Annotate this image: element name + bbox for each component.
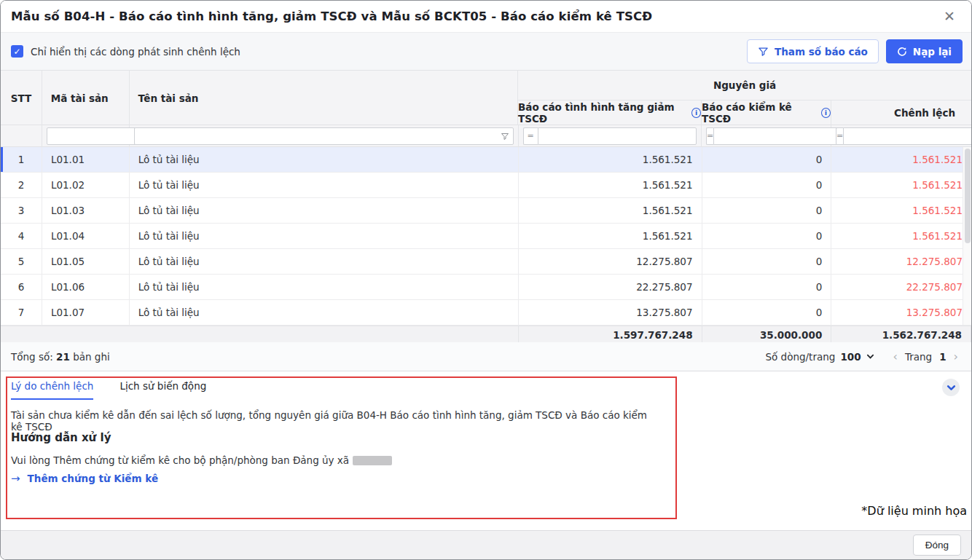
equals-operator[interactable]: = [706,127,713,145]
col-header-stt[interactable]: STT [1,71,42,125]
filter-cell-increase: = [519,125,702,147]
col-header-increase-report[interactable]: Báo cáo tình hình tăng giảm TSCĐ i [518,100,702,125]
watermark-text: *Dữ liệu minh họa [861,504,967,518]
scrollbar-thumb[interactable] [965,149,971,243]
dialog-title: Mẫu số B04-H - Báo cáo tình hình tăng, g… [11,9,652,23]
increase-filter-input[interactable] [538,127,697,145]
tab-lich-su-bien-dong[interactable]: Lịch sử biến động [119,380,206,400]
tab-ly-do-chenh-lech[interactable]: Lý do chênh lệch [11,380,93,400]
diff-only-checkbox[interactable]: ✓ [11,45,23,58]
rows-per-page-select[interactable]: Số dòng/trang 100 [766,351,874,363]
prev-page-button[interactable]: ‹ [893,351,898,363]
table-row[interactable]: 4 L01.04 Lô tủ tài liệu 1.561.521 0 1.56… [1,224,971,249]
dialog-footer: Đóng [1,530,971,559]
guide-text: Vui lòng Thêm chứng từ kiểm kê cho bộ ph… [11,454,392,466]
col-header-inventory-report[interactable]: Báo cáo kiểm kê TSCĐ i [702,100,831,125]
table-row[interactable]: 3 L01.03 Lô tủ tài liệu 1.561.521 0 1.56… [1,198,971,224]
diff-only-checkbox-label[interactable]: Chỉ hiển thị các dòng phát sinh chênh lệ… [31,46,240,58]
report-params-button[interactable]: Tham số báo cáo [747,39,879,63]
check-icon: ✓ [13,47,20,57]
add-inventory-doc-link[interactable]: → Thêm chứng từ Kiểm kê [11,472,158,485]
totals-empty-cell [1,326,519,342]
filter-cell-stt [1,125,42,147]
table-row[interactable]: 5 L01.05 Lô tủ tài liệu 12.275.807 0 12.… [1,249,971,275]
refresh-icon [897,47,907,57]
page-label: Trang [905,351,932,363]
chevron-down-icon [866,352,874,360]
info-icon[interactable]: i [691,108,701,118]
inventory-filter-input[interactable] [713,127,844,145]
name-filter-input[interactable] [138,131,498,141]
col-header-code[interactable]: Mã tài sản [42,71,130,125]
current-page: 1 [939,351,946,363]
equals-operator[interactable]: = [523,127,538,145]
totals-row: 1.597.767.248 35.000.000 1.562.767.248 [1,326,971,342]
toolbar: ✓ Chỉ hiển thị các dòng phát sinh chênh … [1,33,971,70]
table-scrollbar[interactable] [963,147,971,325]
filter-cell-diff: = [831,125,971,147]
close-button[interactable]: Đóng [913,535,961,556]
filter-icon [758,46,769,57]
table-filter-row: = = = [1,125,971,147]
totals-inventory: 35.000.000 [702,326,832,342]
detail-tabs: Lý do chênh lệch Lịch sử biến động [11,380,206,400]
equals-operator[interactable]: = [836,127,843,145]
totals-increase: 1.597.767.248 [519,326,702,342]
difference-reason-text: Tài sản chưa kiểm kê dẫn đến sai lệch số… [11,409,652,433]
filter-cell-inventory: = [702,125,831,147]
table-row[interactable]: 2 L01.02 Lô tủ tài liệu 1.561.521 0 1.56… [1,173,971,198]
guide-title: Hướng dẫn xử lý [11,431,111,444]
comparison-table: STT Mã tài sản Tên tài sản Nguyên giá Bá… [1,70,971,342]
funnel-icon[interactable] [501,132,509,141]
totals-diff: 1.562.767.248 [831,326,971,342]
reload-button[interactable]: Nạp lại [886,39,963,63]
filter-cell-name [130,125,519,147]
diff-filter-input[interactable] [843,127,971,145]
table-row[interactable]: 1 L01.01 Lô tủ tài liệu 1.561.521 0 1.56… [1,147,971,173]
detail-panel: Lý do chênh lệch Lịch sử biến động Tài s… [1,371,971,532]
info-icon[interactable]: i [821,108,831,118]
total-records: Tổng số: 21 bản ghi [11,351,110,363]
redacted-text [353,456,392,465]
col-group-nguyen-gia: Nguyên giá [518,71,971,100]
pagination-bar: Tổng số: 21 bản ghi Số dòng/trang 100 ‹ … [1,342,971,371]
col-header-name[interactable]: Tên tài sản [130,71,518,125]
collapse-panel-button[interactable] [942,379,960,396]
table-row[interactable]: 6 L01.06 Lô tủ tài liệu 22.275.807 0 22.… [1,275,971,300]
col-header-diff[interactable]: Chênh lệch [831,100,971,125]
table-row[interactable]: 7 L01.07 Lô tủ tài liệu 13.275.807 0 13.… [1,300,971,326]
table-body: 1 L01.01 Lô tủ tài liệu 1.561.521 0 1.56… [1,147,971,326]
next-page-button[interactable]: › [954,351,958,363]
arrow-right-icon: → [11,472,20,485]
report-dialog: Mẫu số B04-H - Báo cáo tình hình tăng, g… [0,0,972,560]
filter-cell-code [42,125,130,147]
dialog-header: Mẫu số B04-H - Báo cáo tình hình tăng, g… [1,1,971,33]
close-icon[interactable]: ✕ [939,8,960,25]
chevron-down-icon [946,383,956,393]
total-count: 21 [56,351,70,363]
table-header: STT Mã tài sản Tên tài sản Nguyên giá Bá… [1,71,971,125]
